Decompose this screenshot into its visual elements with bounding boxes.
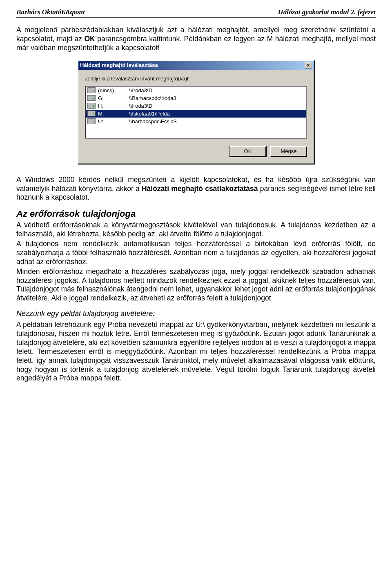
ok-button[interactable]: OK (229, 146, 266, 157)
example-paragraph: A példában létrehozunk egy Próba nevezet… (16, 320, 376, 383)
network-drive-icon (87, 118, 96, 124)
drive-letter: (nincs) (98, 87, 127, 93)
header-right: Hálózat gyakorlat modul 2. fejezet (278, 8, 376, 16)
drive-row[interactable]: U:\\barhacspdc\Fcsia$ (86, 118, 306, 125)
drive-row[interactable]: M:\\Iskolaa01\Pelda (86, 110, 306, 118)
example-heading: Nézzünk egy példát tulajdonjog átvételér… (16, 309, 376, 318)
drive-letter: G: (98, 95, 127, 101)
network-drive-icon (87, 87, 96, 93)
drive-row[interactable]: H:\\Iroda3\D (86, 102, 306, 110)
drive-path: \\Barhacspdc\iroda3 (129, 95, 176, 101)
page-header: Barhács OktatóKözpont Hálózat gyakorlat … (16, 8, 376, 18)
network-drive-icon (87, 95, 96, 101)
drive-row[interactable]: G:\\Barhacspdc\iroda3 (86, 94, 306, 102)
dialog-body: Jelölje ki a leválasztani kívánt meghajt… (78, 70, 314, 163)
drive-path: \\Iskolaa01\Pelda (129, 111, 170, 117)
dialog-title: Hálózati meghajtó leválasztása (80, 62, 158, 68)
dialog-buttons: OK Mégse (85, 146, 307, 157)
header-left: Barhács OktatóKözpont (16, 8, 85, 16)
drive-path: \\barhacspdc\Fcsia$ (129, 118, 176, 124)
disconnect-dialog: Hálózati meghajtó leválasztása × Jelölje… (78, 60, 314, 164)
drive-path: \\Iroda3\D (129, 103, 152, 109)
drive-path: \\Iroda3\D (129, 87, 152, 93)
section-title-ownership: Az erőforrások tulajdonjoga (16, 209, 376, 219)
network-drive-icon (87, 111, 96, 116)
dialog-titlebar: Hálózati meghajtó leválasztása × (78, 61, 314, 70)
intro-ok-bold: OK (84, 35, 95, 43)
drive-letter: H: (98, 103, 127, 109)
ownership-p3: Minden erőforráshoz megadható a hozzáfér… (16, 267, 376, 303)
drive-row[interactable]: (nincs)\\Iroda3\D (86, 87, 306, 94)
ownership-p2: A tulajdonos nem rendelkezik automatikus… (16, 240, 376, 267)
after-bold: Hálózati meghajtó csatlakoztatása (142, 185, 258, 193)
drive-listbox[interactable]: (nincs)\\Iroda3\DG:\\Barhacspdc\iroda3H:… (85, 86, 307, 139)
dialog-instruction: Jelölje ki a leválasztani kívánt meghajt… (85, 76, 307, 82)
drive-letter: U: (98, 118, 127, 124)
close-icon[interactable]: × (305, 62, 312, 69)
cancel-button[interactable]: Mégse (270, 146, 307, 157)
intro-paragraph: A megjelenő párbeszédablakban kiválasztj… (16, 26, 376, 53)
network-drive-icon (87, 103, 96, 109)
ownership-p1: A védhető erőforrásoknak a könyvtármegos… (16, 221, 376, 239)
drive-letter: M: (98, 111, 127, 117)
dialog-screenshot: Hálózati meghajtó leválasztása × Jelölje… (16, 60, 376, 164)
after-dialog-paragraph: A Windows 2000 kérdés nélkül megszünteti… (16, 176, 376, 202)
